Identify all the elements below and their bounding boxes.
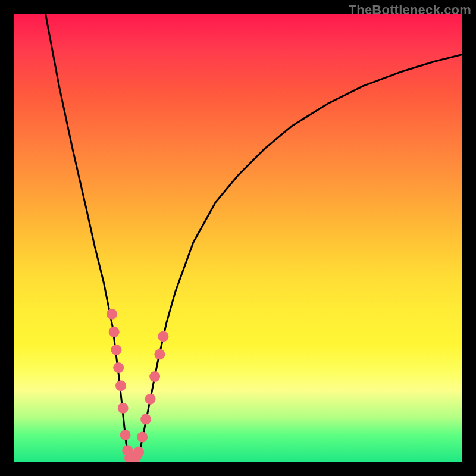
chart-svg	[14, 14, 462, 462]
marker-bead	[149, 371, 160, 382]
plot-area	[14, 14, 462, 462]
marker-bead	[140, 414, 151, 425]
marker-beads	[107, 309, 169, 462]
marker-bead	[107, 309, 117, 320]
marker-bead	[154, 349, 165, 360]
curve-path	[46, 14, 462, 459]
marker-bead	[145, 394, 156, 405]
marker-bead	[133, 447, 144, 458]
marker-bead	[109, 327, 120, 337]
marker-bead	[158, 331, 168, 342]
marker-bead	[120, 430, 131, 440]
marker-bead	[113, 362, 124, 373]
marker-bead	[137, 432, 148, 443]
marker-bead	[118, 403, 129, 414]
marker-bead	[115, 380, 126, 391]
marker-bead	[111, 345, 122, 355]
